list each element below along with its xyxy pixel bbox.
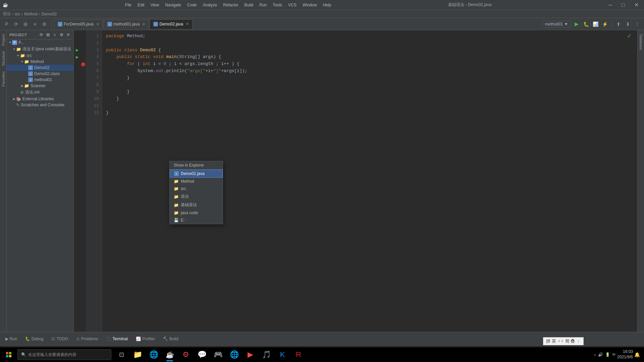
tree-yufa-iml[interactable]: ⚙ 语法.iml xyxy=(7,89,73,96)
run-bottom-btn[interactable]: ▶ Run xyxy=(3,336,20,342)
menu-run[interactable]: Run xyxy=(257,2,269,8)
start-button[interactable] xyxy=(1,347,16,362)
king-app[interactable]: K xyxy=(275,347,290,362)
task-view-button[interactable]: ⊡ xyxy=(114,347,129,362)
breakpoint[interactable] xyxy=(81,62,85,66)
network-icon[interactable]: ⌂ xyxy=(594,352,596,357)
menu-build[interactable]: Build xyxy=(242,2,256,8)
language-icon[interactable]: 中 xyxy=(612,352,616,357)
debug-button[interactable]: 🐛 xyxy=(582,20,590,28)
sync-btn[interactable]: ⟳ xyxy=(12,20,20,28)
menu-edit[interactable]: Edit xyxy=(135,2,147,8)
dropdown-item-src[interactable]: 📁 src xyxy=(170,185,223,192)
battery-icon[interactable]: 🔋 xyxy=(605,352,610,357)
sidebar-collapse-icon[interactable]: ⊞ xyxy=(45,32,51,38)
menu-tools[interactable]: Tools xyxy=(270,2,285,8)
system-clock[interactable]: 16:03 2021/9/6 xyxy=(617,349,633,360)
structure-tab[interactable]: Structure xyxy=(0,48,7,69)
tree-root[interactable]: ▼ P P... xyxy=(7,40,73,46)
breadcrumb-item[interactable]: 语法 xyxy=(3,11,11,17)
dropdown-item-demo02[interactable]: J Demo02.java xyxy=(170,170,223,178)
code-editor[interactable]: ▶ ▶ xyxy=(74,30,637,332)
run-main-icon[interactable]: ▶ xyxy=(74,54,80,61)
menu-code[interactable]: Code xyxy=(184,2,200,8)
dropdown-item-yufa[interactable]: 📁 语法 xyxy=(170,192,223,201)
build-btn[interactable]: 🔨 Build xyxy=(160,336,181,342)
search-icon: 🔍 xyxy=(21,352,26,357)
tab-close-icon[interactable]: ✕ xyxy=(96,22,99,26)
notification-icon[interactable]: 🔔 xyxy=(634,352,640,357)
red-icon: R xyxy=(296,350,301,359)
run-button[interactable]: ▶ xyxy=(573,20,581,28)
breadcrumb-item[interactable]: src xyxy=(15,12,20,16)
jetbrains-toolbox[interactable]: ⚙ xyxy=(178,347,193,362)
tree-demo02class[interactable]: J Demo02.class xyxy=(7,71,73,77)
taskbar-search[interactable]: 🔍 在这里输入你要搜索的内容 xyxy=(17,349,111,360)
menu-file[interactable]: File xyxy=(122,2,134,8)
project-icon-btn[interactable]: P xyxy=(3,20,11,28)
maximize-button[interactable]: □ xyxy=(619,2,628,8)
collapse-btn[interactable]: ⊞ xyxy=(21,20,30,28)
sidebar-close-icon[interactable]: ✕ xyxy=(65,32,71,38)
tree-scanner[interactable]: ▶ 📁 Scanner xyxy=(7,83,73,89)
breadcrumb-item[interactable]: Method xyxy=(24,12,38,16)
tab-close-icon[interactable]: ✕ xyxy=(186,22,189,26)
coverage-button[interactable]: 📊 xyxy=(591,20,599,28)
tree-item-label: 语法.iml xyxy=(25,89,72,95)
tree-external-libs[interactable]: ▶ 📚 External Libraries xyxy=(7,96,73,102)
dropdown-item-method[interactable]: 📁 Method xyxy=(170,178,223,185)
history-button[interactable]: ⬇ xyxy=(624,20,632,28)
tree-method[interactable]: ▼ 📁 Method xyxy=(7,59,73,65)
tree-yufa[interactable]: ▼ 📁 语法 E:\java code\基础语法 xyxy=(7,46,73,53)
tree-scratches[interactable]: ✎ Scratches and Consoles xyxy=(7,102,73,108)
close-button[interactable]: ✕ xyxy=(632,2,641,8)
intellij-app[interactable]: ☕ xyxy=(162,347,177,362)
dropdown-item-javacode[interactable]: 📁 java code xyxy=(170,209,223,217)
vcs-button[interactable]: ⬆ xyxy=(614,20,623,28)
todo-btn[interactable]: ☑ TODO xyxy=(49,336,70,342)
problems-btn[interactable]: ⚠ Problems xyxy=(73,336,101,342)
gaming-app[interactable]: 🎮 xyxy=(211,347,225,362)
run-config-selector[interactable]: method01 ▼ xyxy=(542,21,571,27)
tree-method01[interactable]: J method01 xyxy=(7,77,73,83)
menu-vcs[interactable]: VCS xyxy=(285,2,299,8)
expand-btn[interactable]: ≡ xyxy=(31,20,39,28)
debug-bottom-btn[interactable]: 🐛 Debug xyxy=(22,336,46,342)
volume-icon[interactable]: 🔊 xyxy=(598,352,603,357)
menu-help[interactable]: Help xyxy=(320,2,334,8)
settings-btn[interactable]: ⚙ xyxy=(40,20,48,28)
video-app[interactable]: ▶ xyxy=(243,347,258,362)
sidebar-expand-icon[interactable]: ≡ xyxy=(52,32,57,38)
profile-button[interactable]: ⚡ xyxy=(601,20,609,28)
tab-method01[interactable]: J method01.java ✕ xyxy=(104,19,149,29)
tab-demo02[interactable]: J Demo02.java ✕ xyxy=(150,19,193,29)
project-tab[interactable]: Project xyxy=(0,32,7,48)
terminal-btn[interactable]: ⬛ Terminal xyxy=(104,336,130,342)
dropdown-item-drive[interactable]: 💾 E: xyxy=(170,217,223,224)
sidebar-sync-icon[interactable]: ⟳ xyxy=(39,32,44,38)
menu-refactor[interactable]: Refactor xyxy=(220,2,241,8)
profiler-btn[interactable]: 📈 Profiler xyxy=(133,336,158,342)
menu-window[interactable]: Window xyxy=(300,2,320,8)
menu-analyze[interactable]: Analyze xyxy=(200,2,220,8)
browser-app2[interactable]: 🌐 xyxy=(227,347,241,362)
tab-fordemo05[interactable]: J ForDemo05.java ✕ xyxy=(54,19,103,29)
menu-navigate[interactable]: Navigate xyxy=(162,2,183,8)
database-tab[interactable]: Database xyxy=(638,32,644,53)
file-explorer-app[interactable]: 📁 xyxy=(130,347,145,362)
run-class-icon[interactable]: ▶ xyxy=(74,47,80,54)
sidebar-settings-icon[interactable]: ⚙ xyxy=(59,32,64,38)
edge-app[interactable]: 🌐 xyxy=(146,347,161,362)
breadcrumb-item[interactable]: Demo02 xyxy=(42,12,57,16)
menu-view[interactable]: View xyxy=(148,2,162,8)
tree-src[interactable]: ▼ 📁 src xyxy=(7,53,73,59)
minimize-button[interactable]: ─ xyxy=(606,2,615,8)
more-button[interactable]: ⋮ xyxy=(633,20,641,28)
red-app[interactable]: R xyxy=(291,347,306,362)
wechat-app[interactable]: 💬 xyxy=(195,347,209,362)
favorites-tab[interactable]: Favorites xyxy=(0,69,7,89)
dropdown-item-jichu[interactable]: 📁 基础语法 xyxy=(170,201,223,209)
tab-close-icon[interactable]: ✕ xyxy=(142,22,145,26)
tree-demo02[interactable]: J Demo02 xyxy=(7,65,73,71)
music-app[interactable]: 🎵 xyxy=(259,347,274,362)
